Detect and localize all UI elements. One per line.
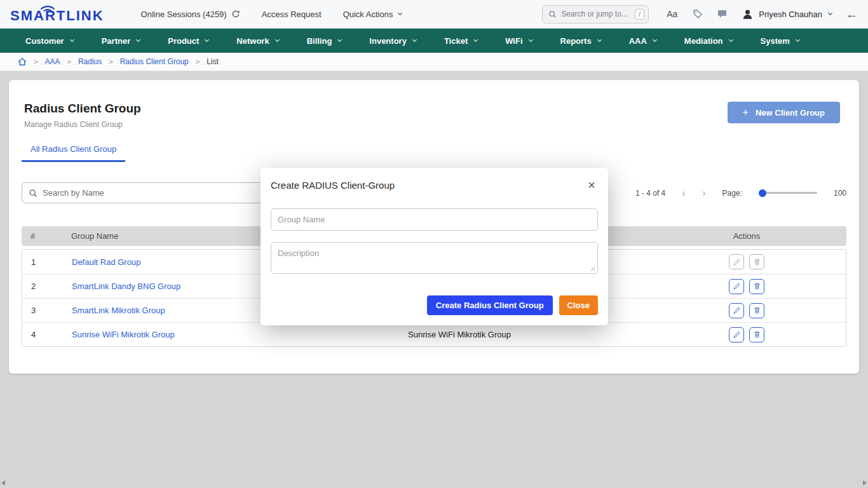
scroll-right-arrow[interactable]: [863, 480, 867, 485]
modal-close-button[interactable]: Close: [559, 295, 598, 315]
chevron-down-icon: [473, 37, 478, 42]
breadcrumb-radius[interactable]: Radius: [78, 57, 102, 66]
logo-text: SMARTLINK: [10, 8, 104, 24]
chevron-down-icon: [136, 37, 140, 42]
page-size-slider[interactable]: [759, 189, 817, 198]
chevron-down-icon: [653, 37, 657, 42]
delete-button: [749, 254, 764, 269]
nav-item-mediation[interactable]: Mediation: [684, 36, 733, 46]
nav-item-partner[interactable]: Partner: [102, 36, 140, 46]
online-sessions[interactable]: Online Sessions (4259): [141, 10, 240, 19]
nav-item-inventory[interactable]: Inventory: [369, 36, 416, 46]
nav-item-reports[interactable]: Reports: [560, 36, 601, 46]
header-group-name: Group Name: [71, 231, 262, 241]
quick-actions-label: Quick Actions: [343, 10, 393, 19]
group-name-link[interactable]: SmartLink Dandy BNG Group: [72, 281, 180, 291]
edit-button[interactable]: [729, 279, 744, 294]
nav-item-ticket[interactable]: Ticket: [444, 36, 477, 46]
row-index: 2: [31, 281, 72, 291]
row-index: 4: [31, 330, 72, 339]
breadcrumb-separator: >: [196, 58, 200, 65]
delete-button[interactable]: [749, 327, 764, 342]
smartlink-logo[interactable]: SMARTLINK: [10, 4, 104, 24]
pencil-icon: [733, 258, 741, 266]
user-menu[interactable]: Priyesh Chauhan: [742, 8, 832, 20]
chevron-down-icon: [828, 11, 832, 15]
description-field[interactable]: [271, 242, 598, 274]
nav-item-product[interactable]: Product: [168, 36, 208, 46]
delete-button[interactable]: [749, 279, 764, 294]
trash-icon: [753, 306, 761, 315]
chevron-down-icon: [398, 11, 402, 15]
pencil-icon: [733, 306, 741, 315]
next-page-icon[interactable]: ›: [702, 187, 706, 198]
nav-item-billing[interactable]: Billing: [307, 36, 342, 46]
tag-icon[interactable]: [693, 9, 703, 19]
breadcrumb-separator: >: [34, 58, 37, 65]
nav-item-network[interactable]: Network: [236, 36, 278, 46]
header-index: #: [31, 231, 71, 241]
group-name-link[interactable]: SmartLink Mikrotik Group: [72, 306, 165, 315]
breadcrumb-list: List: [207, 57, 219, 66]
new-client-group-button[interactable]: + New Client Group: [728, 102, 840, 123]
edit-button[interactable]: [729, 327, 744, 342]
access-request[interactable]: Access Request: [262, 10, 322, 19]
chevron-down-icon: [337, 37, 342, 42]
row-index: 3: [31, 306, 72, 315]
chevron-down-icon: [796, 37, 800, 42]
global-search-input[interactable]: [561, 10, 630, 18]
scroll-left-arrow[interactable]: [1, 480, 5, 485]
pagination: 1 - 4 of 4 ‹ › Page: 100: [635, 187, 846, 198]
chevron-down-icon: [529, 37, 533, 42]
create-radius-client-group-modal: Create RADIUS Client-Group × Create Radi…: [261, 168, 608, 325]
chevron-down-icon: [728, 37, 733, 42]
page-size-value: 100: [834, 189, 846, 198]
page-subtitle: Manage Radius Client Group: [24, 120, 141, 129]
nav-item-system[interactable]: System: [761, 36, 799, 46]
chevron-down-icon: [205, 37, 209, 42]
search-icon: [548, 10, 557, 18]
group-name-link[interactable]: Sunrise WiFi Mikrotik Group: [72, 330, 175, 339]
slash-shortcut-badge: /: [635, 9, 644, 20]
text-size-toggle[interactable]: Aa: [667, 9, 677, 19]
trash-icon: [753, 330, 761, 339]
trash-icon: [753, 282, 761, 290]
avatar: [742, 8, 754, 20]
nav-item-customer[interactable]: Customer: [25, 36, 74, 46]
home-icon[interactable]: [18, 57, 27, 66]
pencil-icon: [733, 282, 741, 290]
chevron-down-icon: [597, 37, 602, 42]
pencil-icon: [733, 330, 741, 339]
breadcrumb-aaa[interactable]: AAA: [44, 57, 60, 66]
global-search[interactable]: /: [542, 5, 649, 24]
nav-item-aaa[interactable]: AAA: [629, 36, 656, 46]
tab-all-radius-client-group[interactable]: All Radius Client Group: [22, 144, 125, 162]
page-title: Radius Client Group: [24, 102, 141, 116]
nav-item-wifi[interactable]: WiFi: [505, 36, 532, 46]
user-name: Priyesh Chauhan: [759, 10, 822, 19]
edit-button[interactable]: [729, 303, 744, 318]
refresh-icon[interactable]: [231, 10, 240, 18]
main-nav: Customer Partner Product Network Billing…: [0, 29, 868, 53]
row-description: Sunrise WiFi Mikrotik Group: [262, 330, 656, 339]
prev-page-icon[interactable]: ‹: [682, 187, 686, 198]
modal-title: Create RADIUS Client-Group: [271, 180, 395, 191]
page-title-block: Radius Client Group Manage Radius Client…: [24, 102, 141, 129]
quick-actions-menu[interactable]: Quick Actions: [343, 10, 402, 19]
group-name-field[interactable]: [271, 208, 598, 231]
breadcrumb-separator: >: [109, 58, 112, 65]
delete-button[interactable]: [749, 303, 764, 318]
create-radius-client-group-button[interactable]: Create Radius Client Group: [427, 295, 553, 315]
row-index: 1: [31, 257, 72, 267]
slider-thumb[interactable]: [759, 189, 766, 197]
close-icon[interactable]: ×: [585, 177, 598, 193]
tabs: All Radius Client Group: [9, 144, 859, 162]
back-arrow-icon[interactable]: ←: [846, 8, 858, 20]
chevron-down-icon: [275, 37, 280, 42]
breadcrumb-radius-client-group[interactable]: Radius Client Group: [120, 57, 189, 66]
search-icon: [29, 189, 37, 198]
wifi-icon: [39, 4, 56, 12]
notifications-icon[interactable]: [717, 9, 728, 19]
header-actions: Actions: [656, 231, 837, 241]
group-name-link[interactable]: Default Rad Group: [72, 257, 140, 267]
